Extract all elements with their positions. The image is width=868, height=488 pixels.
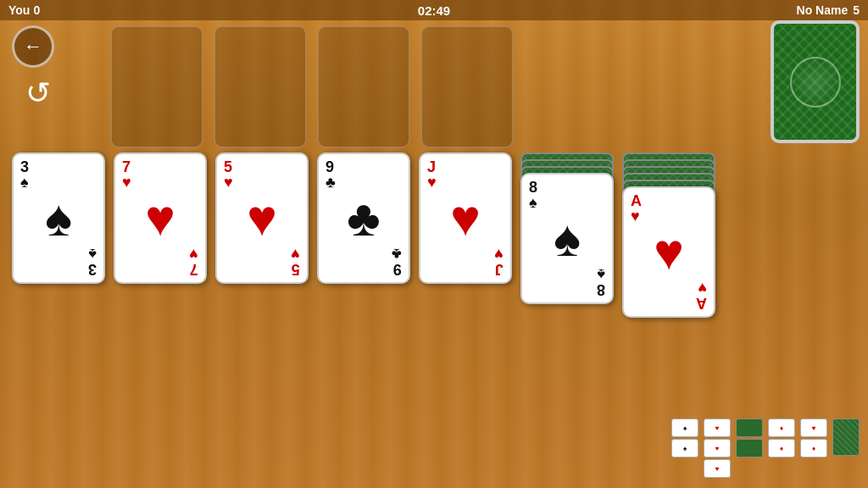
card-symbol: ♠ — [554, 214, 581, 264]
player-name: You — [8, 3, 30, 17]
card-rank-bottom: 5♥ — [291, 247, 300, 277]
mini-col-1: ♠ ♠ — [671, 419, 698, 458]
card-8-spades[interactable]: 8♠ ♠ 8♠ — [520, 173, 614, 304]
card-rank-top: 5♥ — [224, 159, 233, 190]
mini-col-2: ♥ ♥ ♥ — [704, 419, 731, 478]
card-9-clubs[interactable]: 9♣ ♣ 9♣ — [317, 152, 410, 284]
card-a-hearts[interactable]: A♥ ♥ A♥ — [622, 186, 715, 318]
opponent-info: No Name 5 — [797, 3, 860, 17]
deck-area[interactable] — [771, 20, 860, 143]
mini-card: ♠ — [671, 439, 698, 458]
card-5-hearts[interactable]: 5♥ ♥ 5♥ — [215, 152, 309, 284]
mini-card: ♥ — [704, 459, 731, 478]
mini-card-back — [736, 439, 763, 458]
card-symbol: ♥ — [145, 193, 175, 244]
tableau-col-7: A♥ ♥ A♥ — [622, 152, 715, 330]
mini-col-3 — [736, 419, 763, 458]
foundation-slot-1[interactable] — [110, 25, 203, 148]
card-rank-bottom: A♥ — [696, 280, 707, 311]
card-rank-top: 9♣ — [326, 159, 336, 190]
mini-card-back — [736, 419, 763, 437]
card-rank-top: 3♠ — [20, 159, 29, 190]
mini-card: ♥ — [800, 419, 827, 437]
card-symbol: ♠ — [45, 193, 72, 244]
card-rank-top: 8♠ — [529, 180, 537, 210]
card-rank-top: A♥ — [631, 193, 642, 224]
card-symbol: ♥ — [450, 193, 481, 244]
foundation-slot-2[interactable] — [214, 25, 307, 148]
mini-card: ♦ — [800, 439, 827, 458]
card-7-hearts[interactable]: 7♥ ♥ 7♥ — [114, 152, 207, 284]
card-rank-top: J♥ — [427, 159, 437, 190]
mini-card: ♥ — [704, 419, 731, 437]
mini-col-4: ♦ ♦ — [768, 419, 795, 458]
opponent-name: No Name — [797, 3, 849, 17]
card-rank-bottom: 7♥ — [189, 247, 198, 277]
tableau-col-4: 9♣ ♣ 9♣ — [317, 152, 410, 330]
mini-card: ♦ — [768, 419, 795, 437]
tableau-col-1: 3♠ ♠ 3♠ — [12, 152, 105, 330]
card-symbol: ♥ — [654, 227, 684, 278]
card-rank-bottom: J♥ — [494, 247, 504, 277]
tableau-col-3: 5♥ ♥ 5♥ — [215, 152, 309, 330]
mini-card: ♥ — [704, 439, 731, 458]
mini-col-5: ♥ ♦ — [800, 419, 827, 458]
tableau-col-6: 8♠ ♠ 8♠ — [520, 152, 614, 313]
top-bar: You 0 02:49 No Name 5 — [0, 0, 868, 20]
mini-card: ♠ — [671, 419, 698, 437]
card-j-hearts[interactable]: J♥ ♥ J♥ — [419, 152, 512, 284]
foundation-slot-4[interactable] — [420, 25, 514, 148]
card-symbol: ♣ — [347, 193, 380, 244]
mini-card: ♦ — [768, 439, 795, 458]
card-rank-bottom: 3♠ — [88, 247, 97, 277]
card-rank-bottom: 8♠ — [597, 267, 605, 297]
card-3-spades[interactable]: 3♠ ♠ 3♠ — [12, 152, 105, 284]
back-arrow-icon: ← — [24, 36, 42, 58]
player-info: You 0 — [8, 3, 40, 17]
player-score: 0 — [33, 3, 40, 17]
deck-card[interactable] — [771, 20, 860, 143]
card-rank-top: 7♥ — [122, 159, 131, 190]
tableau-area: 3♠ ♠ 3♠ 7♥ ♥ 7♥ 5♥ ♥ 5♥ 9♣ ♣ 9♣ J♥ ♥ — [12, 152, 715, 330]
foundation-area — [110, 25, 514, 148]
game-timer: 02:49 — [418, 3, 450, 18]
deck-emblem — [790, 57, 841, 108]
tableau-col-5: J♥ ♥ J♥ — [419, 152, 512, 330]
tableau-col-2: 7♥ ♥ 7♥ — [114, 152, 207, 330]
card-rank-bottom: 9♣ — [392, 247, 402, 277]
minimap: ♠ ♠ ♥ ♥ ♥ ♦ ♦ ♥ ♦ — [671, 419, 860, 478]
undo-button[interactable]: ↺ — [17, 76, 59, 110]
opponent-score: 5 — [853, 3, 860, 17]
card-symbol: ♥ — [247, 193, 277, 244]
foundation-slot-3[interactable] — [317, 25, 410, 148]
mini-deck-card — [832, 419, 860, 456]
mini-col-6 — [832, 419, 860, 456]
undo-icon: ↺ — [25, 75, 51, 111]
back-button[interactable]: ← — [12, 25, 54, 68]
